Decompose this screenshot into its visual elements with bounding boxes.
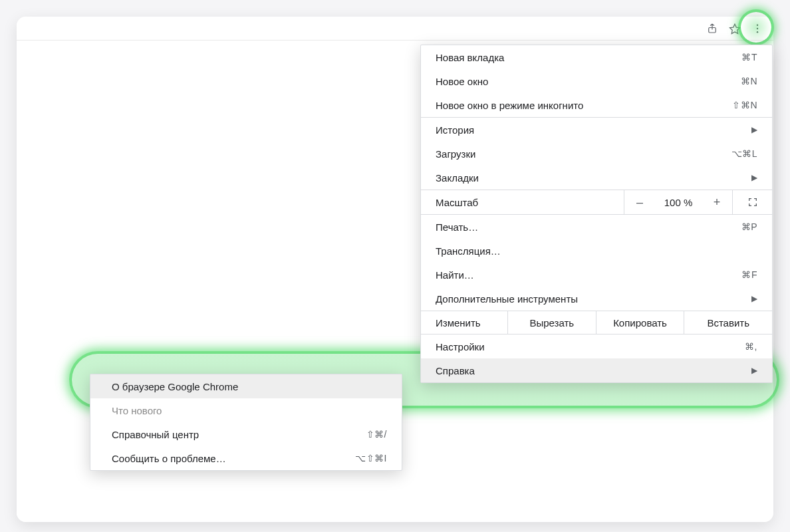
menu-item-more-tools[interactable]: Дополнительные инструменты ▶ [421, 287, 772, 311]
help-submenu: О браузере Google Chrome Что нового Спра… [90, 374, 402, 471]
fullscreen-button[interactable] [732, 190, 772, 214]
svg-point-3 [757, 27, 758, 29]
menu-item-new-window[interactable]: Новое окно ⌘N [421, 69, 772, 93]
menu-item-help[interactable]: Справка ▶ [421, 358, 772, 382]
menu-item-label: Печать… [436, 221, 478, 233]
menu-item-shortcut: ⌘T [741, 52, 757, 63]
menu-item-settings[interactable]: Настройки ⌘, [421, 334, 772, 358]
menu-item-incognito[interactable]: Новое окно в режиме инкогнито ⇧⌘N [421, 93, 772, 117]
menu-item-find[interactable]: Найти… ⌘F [421, 263, 772, 287]
edit-label: Изменить [421, 311, 507, 334]
zoom-value: 100 % [655, 197, 702, 208]
menu-item-shortcut: ⇧⌘N [732, 100, 757, 110]
menu-item-label: История [436, 124, 474, 136]
menu-item-label: Справка [436, 365, 475, 376]
menu-item-label: Сообщить о проблеме… [112, 453, 226, 464]
chevron-right-icon: ▶ [751, 125, 757, 134]
menu-item-label: О браузере Google Chrome [112, 381, 238, 392]
menu-item-edit: Изменить Вырезать Копировать Вставить [421, 311, 772, 334]
menu-item-downloads[interactable]: Загрузки ⌥⌘L [421, 142, 772, 166]
menu-item-label: Трансляция… [436, 245, 501, 257]
zoom-out-button[interactable]: – [624, 190, 655, 214]
menu-item-history[interactable]: История ▶ [421, 118, 772, 142]
menu-item-label: Новая вкладка [436, 52, 504, 63]
help-item-report-issue[interactable]: Сообщить о проблеме… ⌥⇧⌘I [90, 446, 402, 470]
edit-paste-button[interactable]: Вставить [684, 311, 772, 334]
menu-item-print[interactable]: Печать… ⌘P [421, 215, 772, 239]
chevron-right-icon: ▶ [751, 173, 757, 182]
edit-cut-button[interactable]: Вырезать [507, 311, 596, 334]
help-item-about-chrome[interactable]: О браузере Google Chrome [90, 374, 402, 398]
menu-item-new-tab[interactable]: Новая вкладка ⌘T [421, 45, 772, 69]
menu-item-zoom: Масштаб – 100 % + [421, 190, 772, 215]
menu-item-shortcut: ⌘P [741, 221, 757, 232]
help-item-whats-new[interactable]: Что нового [90, 398, 402, 422]
menu-item-label: Закладки [436, 172, 479, 184]
menu-item-label: Загрузки [436, 148, 475, 160]
bookmark-star-icon[interactable] [728, 22, 741, 35]
toolbar [17, 17, 773, 41]
zoom-in-button[interactable]: + [702, 190, 732, 214]
menu-item-label: Что нового [112, 405, 162, 416]
menu-item-shortcut: ⌥⇧⌘I [355, 453, 387, 464]
more-menu-icon[interactable] [751, 22, 764, 35]
menu-item-label: Новое окно в режиме инкогнито [436, 100, 583, 111]
menu-item-label: Новое окно [436, 76, 488, 87]
zoom-controls: – 100 % + [624, 190, 732, 214]
menu-item-shortcut: ⌘F [741, 269, 757, 280]
menu-item-label: Дополнительные инструменты [436, 293, 578, 305]
menu-item-shortcut: ⌘, [745, 341, 757, 352]
menu-item-shortcut: ⌥⌘L [731, 148, 757, 159]
chevron-right-icon: ▶ [751, 294, 757, 303]
menu-item-label: Справочный центр [112, 429, 199, 440]
share-icon[interactable] [706, 22, 719, 35]
main-menu: Новая вкладка ⌘T Новое окно ⌘N Новое окн… [420, 45, 773, 383]
chevron-right-icon: ▶ [751, 366, 757, 375]
menu-item-bookmarks[interactable]: Закладки ▶ [421, 166, 772, 190]
menu-item-shortcut: ⌘N [741, 76, 757, 86]
edit-copy-button[interactable]: Копировать [596, 311, 684, 334]
menu-item-shortcut: ⇧⌘/ [366, 429, 387, 440]
menu-item-label: Настройки [436, 341, 485, 352]
svg-point-4 [757, 31, 758, 33]
zoom-label: Масштаб [436, 197, 624, 208]
help-item-help-center[interactable]: Справочный центр ⇧⌘/ [90, 422, 402, 446]
menu-item-cast[interactable]: Трансляция… [421, 239, 772, 263]
menu-item-label: Найти… [436, 269, 474, 281]
svg-point-2 [757, 24, 758, 25]
svg-marker-1 [730, 24, 740, 33]
